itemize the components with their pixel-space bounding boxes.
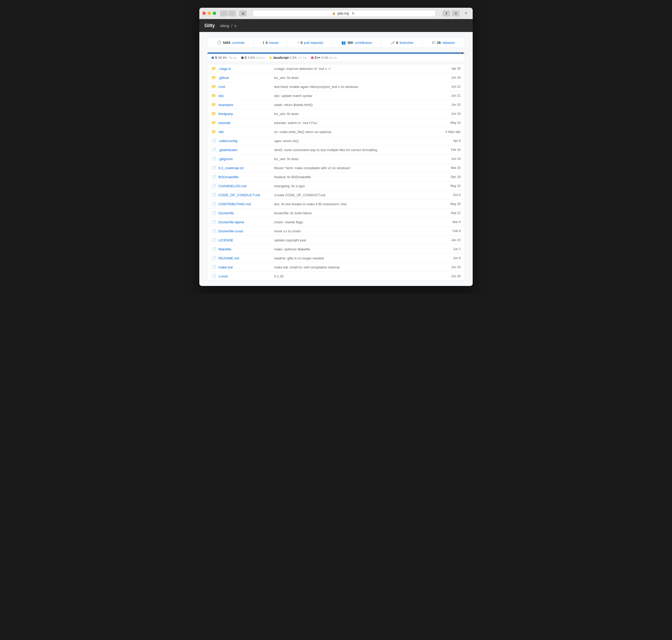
table-row[interactable]: 📄 Dockerfile.alpine cmd/v: rewrite flags… — [207, 218, 465, 227]
address-bar[interactable]: 🔒 gitly.org ↻ — [253, 10, 436, 17]
minimize-button[interactable] — [208, 12, 211, 15]
close-button[interactable] — [202, 12, 206, 15]
stat-releases[interactable]: 🏷 26 releases — [432, 41, 455, 45]
table-row[interactable]: 📁 doc doc: update match syntax Jun 21 — [207, 91, 465, 100]
main-content: 🕐 5453 commits ℹ 0 issues ⑂ 0 pull reque… — [199, 32, 473, 286]
folder-icon: 📁 — [211, 66, 216, 71]
stat-commits[interactable]: 🕐 5453 commits — [217, 41, 245, 45]
file-name[interactable]: .gitattributes — [218, 148, 270, 152]
file-name[interactable]: .editorconfig — [218, 139, 270, 143]
file-date: Jun 2 — [440, 247, 461, 251]
sidebar-button[interactable]: ▤ — [239, 11, 247, 16]
stat-contributors[interactable]: 👥 300 contributors — [341, 41, 372, 45]
repo-name[interactable]: v — [234, 24, 236, 28]
file-name[interactable]: v.mod — [218, 274, 270, 278]
new-tab-button[interactable]: ⧉ — [452, 11, 459, 16]
file-name[interactable]: vlib — [218, 130, 270, 134]
file-name[interactable]: CONTRIBUTING.md — [218, 202, 270, 206]
table-row[interactable]: 📄 0.2_roadmap.txt Revert "term: make com… — [207, 163, 465, 173]
file-icon: 📄 — [211, 229, 216, 233]
file-commit-message: tcc_win: fix tests — [270, 76, 440, 80]
file-name[interactable]: Dockerfile.cross — [218, 229, 270, 233]
repo-owner[interactable]: vlang — [220, 24, 229, 28]
table-row[interactable]: 📄 v.mod 0.1.28 Jun 18 — [207, 272, 465, 280]
file-name[interactable]: README.md — [218, 256, 270, 260]
table-row[interactable]: 📄 .editorconfig cgen: enum str() Apr 8 — [207, 136, 465, 145]
lang-dot-cpp — [311, 57, 313, 59]
file-date: May 10 — [440, 184, 461, 188]
stat-issues[interactable]: ℹ 0 issues — [263, 41, 278, 45]
file-name[interactable]: thirdparty — [218, 112, 270, 116]
table-row[interactable]: 📄 make.bat make.bat: small tcc self-comp… — [207, 263, 465, 272]
forward-button[interactable]: › — [229, 11, 236, 16]
file-icon: 📄 — [211, 175, 216, 179]
file-date: Apr 8 — [440, 139, 461, 143]
file-date: Apr 30 — [440, 67, 461, 70]
lang-v-bar — [207, 52, 462, 54]
file-name[interactable]: 0.2_roadmap.txt — [218, 166, 270, 170]
file-name[interactable]: LICENSE — [218, 238, 270, 242]
file-name[interactable]: cmd — [218, 85, 270, 89]
commits-count: 5453 — [223, 41, 231, 45]
file-name[interactable]: Dockerfile.alpine — [218, 220, 270, 224]
file-icon: 📄 — [211, 193, 216, 197]
repo-breadcrumb: vlang / v — [220, 24, 236, 28]
app-logo[interactable]: Gitly — [204, 23, 215, 28]
maximize-button[interactable] — [213, 12, 216, 15]
file-name[interactable]: .github — [218, 76, 270, 80]
file-icon: 📄 — [211, 157, 216, 161]
table-row[interactable]: 📄 Dockerfile.cross move v.v to cmd/v Feb… — [207, 227, 465, 236]
lang-pct-v: 98.9% — [218, 56, 227, 60]
lang-pct-c: 0.6% — [248, 56, 255, 60]
reload-button[interactable]: ↻ — [350, 11, 356, 16]
file-date: Jan 23 — [440, 238, 461, 242]
file-name[interactable]: .gitignore — [218, 157, 270, 161]
file-name[interactable]: Dockerfile — [218, 211, 270, 215]
file-name[interactable]: examples — [218, 103, 270, 107]
language-progress-bar — [207, 52, 465, 54]
lang-dot-c — [241, 57, 244, 59]
add-tab-button[interactable]: + — [462, 11, 470, 16]
pr-icon: ⑂ — [297, 41, 299, 45]
window-actions: ⬆ ⧉ — [443, 11, 459, 16]
stat-pull-requests[interactable]: ⑂ 0 pull requests — [297, 41, 323, 45]
file-commit-message: changelog: fix a typo — [270, 184, 440, 188]
table-row[interactable]: 📁 .github tcc_win: fix tests Jun 19 — [207, 73, 465, 82]
file-name[interactable]: tutorials — [218, 121, 270, 125]
file-name[interactable]: .ctags.d — [218, 67, 270, 71]
table-row[interactable]: 📄 CODE_OF_CONDUCT.md Create CODE_OF_COND… — [207, 191, 465, 200]
back-button[interactable]: ‹ — [220, 11, 228, 16]
stat-branches[interactable]: ⎇ 6 branches — [391, 41, 413, 45]
file-name[interactable]: CHANGELOG.md — [218, 184, 270, 188]
lang-name-js: JavaScript — [273, 56, 289, 60]
table-row[interactable]: 📁 vlib os: make write_file() return an o… — [207, 127, 465, 136]
file-name[interactable]: doc — [218, 94, 270, 98]
table-row[interactable]: 📁 cmd test-fixed: enable again vlib/sync… — [207, 82, 465, 91]
table-row[interactable]: 📄 .gitignore tcc_win: fix tests Jun 19 — [207, 155, 465, 163]
lang-loc-c: 523 loc — [256, 56, 265, 59]
table-row[interactable]: 📄 Makefile make: optimize Makefile Jun 2 — [207, 245, 465, 254]
table-row[interactable]: 📄 README.md readme: glfw is no longer ne… — [207, 254, 465, 263]
table-row[interactable]: 📁 tutorials tutorials: switch to `mut f … — [207, 118, 465, 127]
file-name[interactable]: Makefile — [218, 247, 270, 251]
table-row[interactable]: 📁 .ctags.d v.ctags: improve detection of… — [207, 64, 465, 73]
lang-dot-js — [269, 57, 272, 59]
file-icon: 📄 — [211, 274, 216, 278]
table-row[interactable]: 📄 Dockerfile dockerfile: fix build failu… — [207, 208, 465, 218]
table-row[interactable]: 📁 examples vweb: return $vweb.html() Jun… — [207, 100, 465, 109]
file-name[interactable]: make.bat — [218, 265, 270, 269]
url-text: gitly.org — [337, 11, 349, 15]
table-row[interactable]: 📄 CONTRIBUTING.md doc: fix line breaks t… — [207, 200, 465, 208]
table-row[interactable]: 📄 LICENSE update copyright year Jan 23 — [207, 236, 465, 245]
table-row[interactable]: 📁 thirdparty tcc_win: fix tests Jun 19 — [207, 109, 465, 118]
file-date: Jun 9 — [440, 256, 461, 260]
table-row[interactable]: 📄 BSDmakefile freebsd: fix BSDmakefile D… — [207, 173, 465, 181]
file-commit-message: update copyright year — [270, 238, 440, 242]
table-row[interactable]: 📄 CHANGELOG.md changelog: fix a typo May… — [207, 181, 465, 191]
file-commit-message: doc: update match syntax — [270, 94, 440, 98]
share-button[interactable]: ⬆ — [443, 11, 450, 16]
file-name[interactable]: CODE_OF_CONDUCT.md — [218, 193, 270, 197]
browser-window: ‹ › ▤ 🔒 gitly.org ↻ ⬆ ⧉ + Gitly vlang / … — [199, 8, 473, 286]
table-row[interactable]: 📄 .gitattributes vfmt2: more convenient … — [207, 145, 465, 155]
file-name[interactable]: BSDmakefile — [218, 175, 270, 179]
